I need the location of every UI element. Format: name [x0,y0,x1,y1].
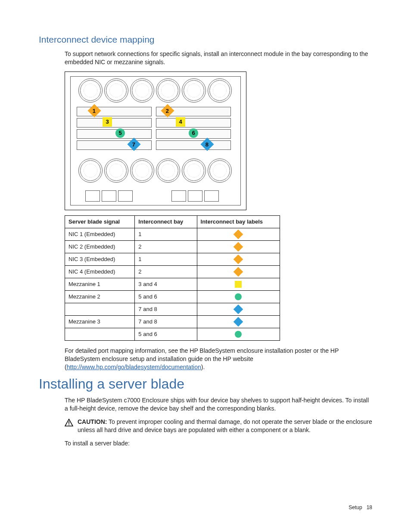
cell-signal [65,328,135,340]
table-row: NIC 2 (Embedded)2 [65,240,280,253]
cell-label [197,265,280,278]
cell-label [197,290,280,303]
chassis-outline: 1 2 3 4 5 6 7 8 [70,76,241,205]
section1-content: To support network connections for speci… [65,50,372,371]
page-footer: Setup 18 [349,504,372,510]
fan-icon [104,159,128,183]
table-row: NIC 1 (Embedded)1 [65,228,280,240]
section2-content: The HP BladeSystem c7000 Enclosure ships… [65,396,372,447]
callout-5: 5 [115,128,125,138]
caution-text: To prevent improper cooling and thermal … [78,418,372,433]
cell-label [197,278,280,290]
footnote-text: ). [201,364,205,370]
install-paragraph-1: The HP BladeSystem c7000 Enclosure ships… [65,396,372,413]
yellow-shape-icon [235,281,242,288]
callout-label: 3 [106,118,109,125]
svg-point-2 [68,425,69,426]
cell-label [197,328,280,340]
fan-row-mid [75,159,236,184]
cell-bay: 7 and 8 [135,303,197,315]
documentation-link[interactable]: http://www.hp.com/go/bladesystem/documen… [67,364,201,370]
cell-bay: 1 [135,228,197,240]
callout-label: 8 [206,141,209,147]
cell-signal [65,303,135,315]
intro-paragraph: To support network connections for speci… [65,50,372,66]
fan-icon [182,78,206,103]
orange-shape-icon [234,255,243,264]
table-header: Interconnect bay [135,215,197,228]
cell-bay: 5 and 6 [135,328,197,340]
callout-4: 4 [176,117,185,127]
heading-interconnect-mapping: Interconnect device mapping [39,34,372,45]
callout-label: 5 [118,130,121,136]
callout-label: 4 [179,118,182,125]
fan-icon [208,159,232,183]
cell-signal: NIC 4 (Embedded) [65,265,135,278]
heading-installing-server-blade: Installing a server blade [39,376,372,392]
cell-signal: Mezzanine 3 [65,315,135,328]
table-row: NIC 3 (Embedded)1 [65,253,280,265]
cell-signal: NIC 3 (Embedded) [65,253,135,265]
cell-signal: NIC 1 (Embedded) [65,228,135,240]
callout-label: 2 [166,107,169,114]
caution-icon [65,419,73,426]
table-header: Interconnect bay labels [197,215,280,228]
callout-label: 1 [93,107,96,114]
cell-label [197,315,280,328]
install-paragraph-2: To install a server blade: [65,439,372,448]
cell-bay: 7 and 8 [135,315,197,328]
blue-shape-icon [234,305,243,314]
cell-signal: Mezzanine 2 [65,290,135,303]
table-row: Mezzanine 13 and 4 [65,278,280,290]
fan-icon [156,159,180,183]
fan-icon [156,78,180,103]
fan-icon [182,159,206,183]
callout-label: 7 [132,141,135,147]
green-shape-icon [235,293,242,300]
cell-bay: 2 [135,240,197,253]
fan-icon [78,159,103,183]
blue-shape-icon [234,317,243,327]
psu-row [77,190,234,202]
table-row: Mezzanine 37 and 8 [65,315,280,328]
cell-signal: Mezzanine 1 [65,278,135,290]
fan-icon [208,78,232,103]
table-row: 7 and 8 [65,303,280,315]
enclosure-diagram: 1 2 3 4 5 6 7 8 [65,72,246,210]
cell-bay: 5 and 6 [135,290,197,303]
cell-bay: 1 [135,253,197,265]
fan-row-top [75,78,236,103]
fan-icon [104,78,128,103]
footer-page-number: 18 [367,504,372,510]
orange-shape-icon [234,267,243,277]
caution-label: CAUTION: [78,418,107,425]
cell-bay: 2 [135,265,197,278]
table-header: Server blade signal [65,215,135,228]
footer-section: Setup [349,504,362,510]
green-shape-icon [235,331,242,338]
fan-icon [78,78,103,103]
page: Interconnect device mapping To support n… [0,0,411,532]
cell-bay: 3 and 4 [135,278,197,290]
callout-3: 3 [103,117,112,127]
fan-icon [130,159,154,183]
fan-icon [130,78,154,103]
cell-label [197,253,280,265]
interconnect-mapping-table: Server blade signal Interconnect bay Int… [65,215,280,341]
callout-label: 6 [192,130,195,136]
cell-label [197,240,280,253]
caution-block: CAUTION: To prevent improper cooling and… [78,418,372,434]
table-row: Mezzanine 25 and 6 [65,290,280,303]
cell-label [197,228,280,240]
footnote-paragraph: For detailed port mapping information, s… [65,347,372,371]
orange-shape-icon [234,242,243,252]
orange-shape-icon [234,230,243,240]
cell-signal: NIC 2 (Embedded) [65,240,135,253]
table-row: 5 and 6 [65,328,280,340]
cell-label [197,303,280,315]
interconnect-slots: 1 2 3 4 5 6 7 8 [77,107,234,154]
table-row: NIC 4 (Embedded)2 [65,265,280,278]
callout-6: 6 [189,128,198,138]
